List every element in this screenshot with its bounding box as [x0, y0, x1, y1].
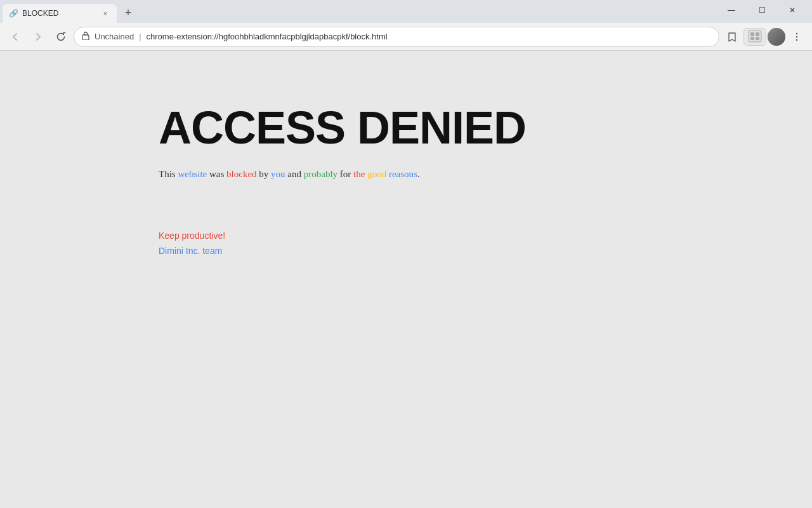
tab-close-button[interactable]: × — [100, 8, 110, 18]
tab-strip: 🔗 BLOCKED × + — [0, 0, 712, 23]
extensions-label — [748, 30, 762, 44]
address-lock-icon — [82, 31, 89, 42]
nav-right-actions — [722, 27, 807, 47]
back-button[interactable] — [5, 27, 25, 47]
svg-rect-2 — [750, 32, 754, 36]
address-divider: | — [139, 32, 141, 41]
msg-word-you: you — [271, 169, 285, 179]
msg-word-period: . — [417, 169, 420, 179]
svg-rect-4 — [750, 37, 754, 40]
nav-bar: Unchained | chrome-extension://hgfoohbhl… — [0, 23, 812, 51]
svg-point-8 — [796, 39, 797, 40]
msg-word-probably: probably — [304, 169, 337, 179]
extensions-button[interactable] — [743, 28, 766, 46]
team-credit-text: Dimini Inc. team — [159, 246, 812, 256]
svg-point-7 — [796, 36, 797, 37]
reload-button[interactable] — [51, 27, 71, 47]
msg-word-website: website — [178, 169, 207, 179]
reload-icon — [56, 32, 66, 42]
window-controls: — ☐ ✕ — [712, 0, 812, 23]
close-button[interactable]: ✕ — [778, 0, 807, 20]
msg-word-the: the — [353, 169, 365, 179]
msg-word-reasons: reasons — [389, 169, 417, 179]
access-denied-heading: ACCESS DENIED — [159, 102, 812, 154]
tab-title: BLOCKED — [22, 9, 96, 18]
active-tab[interactable]: 🔗 BLOCKED × — [3, 4, 117, 23]
new-tab-button[interactable]: + — [119, 4, 137, 22]
profile-button[interactable] — [768, 28, 785, 46]
chrome-window: 🔗 BLOCKED × + — ☐ ✕ — [0, 0, 812, 508]
address-url: chrome-extension://hgfoohbhladkmnfacpblg… — [147, 32, 711, 41]
address-source-label: Unchained — [95, 32, 134, 41]
block-message: This website was blocked by you and prob… — [159, 169, 812, 180]
keep-productive-text: Keep productive! — [159, 231, 812, 241]
svg-rect-3 — [756, 32, 759, 36]
title-bar: 🔗 BLOCKED × + — ☐ ✕ — [0, 0, 812, 23]
menu-icon — [792, 32, 802, 42]
msg-word-for: for — [337, 169, 353, 179]
msg-word-and: and — [285, 169, 304, 179]
address-bar[interactable]: Unchained | chrome-extension://hgfoohbhl… — [74, 27, 719, 47]
minimize-button[interactable]: — — [717, 0, 746, 20]
svg-rect-5 — [756, 37, 759, 40]
svg-rect-1 — [749, 30, 761, 42]
forward-button[interactable] — [28, 27, 48, 47]
menu-button[interactable] — [787, 27, 807, 47]
msg-word-blocked: blocked — [226, 169, 256, 179]
msg-word-by: by — [257, 169, 272, 179]
msg-word-this: This — [159, 169, 178, 179]
svg-point-6 — [796, 32, 797, 34]
svg-rect-0 — [82, 35, 89, 40]
msg-word-was: was — [207, 169, 226, 179]
back-icon — [10, 32, 20, 42]
bookmark-icon — [727, 32, 737, 42]
page-content: ACCESS DENIED This website was blocked b… — [0, 51, 812, 508]
forward-icon — [33, 32, 43, 42]
bookmark-button[interactable] — [722, 27, 742, 47]
tab-favicon: 🔗 — [9, 9, 18, 18]
maximize-button[interactable]: ☐ — [747, 0, 776, 20]
msg-word-good: good — [365, 169, 389, 179]
